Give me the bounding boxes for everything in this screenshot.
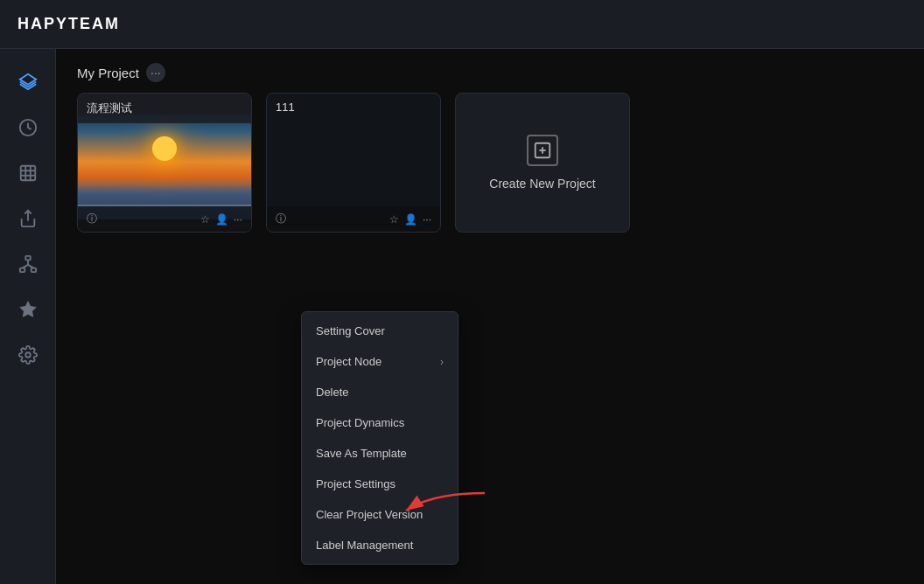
menu-item-label-management[interactable]: Label Management (302, 530, 458, 560)
card-2-footer-right: ☆ 👤 ··· (389, 213, 431, 226)
sidebar-item-analytics[interactable] (9, 154, 47, 192)
svg-line-13 (28, 265, 33, 268)
sidebar-item-layers[interactable] (9, 63, 47, 101)
menu-item-delete[interactable]: Delete (302, 377, 458, 407)
project-card-2[interactable]: 111 ⓘ ☆ 👤 ··· (266, 93, 441, 233)
sun-decoration (152, 136, 177, 161)
create-project-icon (527, 135, 558, 166)
star-icon-small[interactable]: ☆ (200, 213, 210, 226)
menu-label-project-dynamics: Project Dynamics (316, 416, 404, 429)
menu-label-project-settings: Project Settings (316, 477, 396, 490)
svg-rect-8 (25, 256, 31, 261)
card-2-footer-left: ⓘ (276, 212, 286, 226)
sidebar-item-recent[interactable] (9, 108, 47, 147)
svg-point-15 (25, 352, 31, 358)
cards-grid: 流程测试 ⓘ ☆ 👤 ··· 111 (56, 93, 924, 233)
card-1-title: 流程测试 (78, 94, 251, 123)
card-2-title: 111 (267, 94, 440, 121)
menu-item-project-dynamics[interactable]: Project Dynamics (302, 407, 458, 438)
menu-item-setting-cover[interactable]: Setting Cover (302, 316, 458, 346)
card-1-footer-left: ⓘ (87, 212, 97, 226)
sidebar-item-favorites[interactable] (9, 290, 47, 329)
menu-label-label-management: Label Management (316, 539, 413, 552)
menu-label-save-as-template: Save As Template (316, 447, 407, 460)
main-layout: My Project ··· 流程测试 ⓘ ☆ 👤 (0, 49, 924, 584)
submenu-arrow-icon: › (440, 356, 444, 368)
project-header: My Project ··· (56, 49, 924, 93)
svg-rect-9 (19, 268, 24, 273)
app-header: HAPYTEAM (0, 0, 924, 49)
sidebar-item-share[interactable] (9, 199, 47, 238)
menu-item-project-node[interactable]: Project Node › (302, 346, 458, 377)
menu-item-save-as-template[interactable]: Save As Template (302, 438, 458, 469)
card-1-footer-right: ☆ 👤 ··· (200, 213, 242, 226)
people-icon[interactable]: 👤 (215, 213, 228, 226)
red-arrow-icon (388, 484, 494, 528)
create-new-project-card[interactable]: Create New Project (455, 93, 630, 233)
content-area: My Project ··· 流程测试 ⓘ ☆ 👤 (56, 49, 924, 584)
sidebar-item-network[interactable] (9, 245, 47, 283)
svg-marker-14 (19, 302, 35, 316)
app-logo: HAPYTEAM (18, 15, 120, 33)
svg-rect-10 (31, 268, 35, 273)
card-2-footer: ⓘ ☆ 👤 ··· (267, 206, 440, 232)
project-title: My Project (77, 66, 139, 80)
project-card-1[interactable]: 流程测试 ⓘ ☆ 👤 ··· (77, 93, 252, 233)
arrow-indicator (388, 484, 494, 532)
info-icon: ⓘ (87, 212, 97, 226)
sidebar (0, 49, 56, 584)
more-options-icon[interactable]: ··· (234, 213, 242, 226)
card-1-footer: ⓘ ☆ 👤 ··· (78, 206, 251, 232)
menu-label-project-node: Project Node (316, 355, 382, 368)
people-icon-2[interactable]: 👤 (404, 213, 417, 226)
create-new-label: Create New Project (489, 177, 595, 191)
project-menu-button[interactable]: ··· (146, 63, 165, 82)
card-1-image (78, 115, 251, 219)
info-icon-2: ⓘ (276, 212, 286, 226)
star-icon-small-2[interactable]: ☆ (389, 213, 399, 226)
sidebar-item-settings[interactable] (9, 336, 47, 374)
menu-label-setting-cover: Setting Cover (316, 324, 385, 337)
svg-rect-2 (20, 166, 35, 181)
more-options-icon-2[interactable]: ··· (423, 213, 431, 226)
svg-line-12 (22, 265, 27, 268)
menu-label-delete: Delete (316, 386, 349, 399)
